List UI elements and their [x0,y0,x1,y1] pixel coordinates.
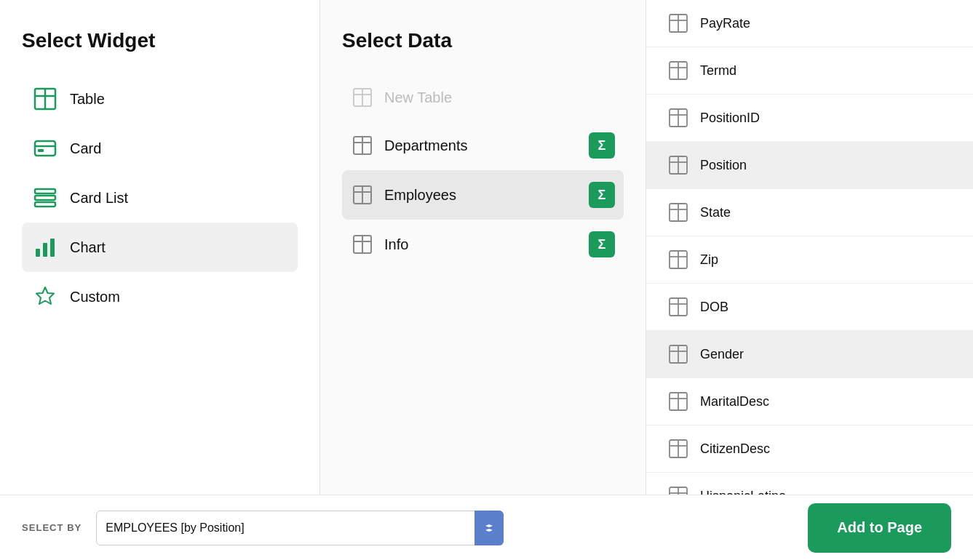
svg-rect-11 [50,239,55,257]
field-icon-termd [668,60,688,81]
select-data-title: Select Data [342,29,624,52]
field-item-citizen-desc[interactable]: CitizenDesc [646,425,973,473]
field-item-hispanic-latino[interactable]: HispanicLatino [646,473,973,495]
sidebar-item-chart[interactable]: Chart [22,223,298,272]
field-item-position[interactable]: Position [646,142,973,189]
sidebar-item-table-label: Table [70,91,105,108]
field-icon-state [668,202,688,223]
bottom-bar: SELECT BY EMPLOYEES [by Position] Add to… [0,495,973,560]
field-item-marital-desc[interactable]: MaritalDesc [646,378,973,425]
sidebar-item-custom-label: Custom [70,289,120,305]
field-icon-citizen-desc [668,439,688,459]
field-icon-hispanic-latino [668,486,688,495]
select-widget-title: Select Widget [22,29,298,52]
field-icon-payrate [668,13,688,33]
svg-rect-10 [43,243,47,257]
custom-icon [33,285,57,308]
sidebar-item-card[interactable]: Card [22,124,298,173]
departments-icon [351,134,374,157]
select-by-label: SELECT BY [22,522,82,533]
sidebar-item-table[interactable]: Table [22,74,298,124]
svg-rect-9 [36,249,40,257]
dropdown-wrapper: EMPLOYEES [by Position] [96,511,504,545]
add-to-page-button[interactable]: Add to Page [808,503,951,553]
field-list: PayRate Termd [646,0,973,495]
field-icon-zip [668,249,688,270]
field-label-gender: Gender [700,347,744,362]
data-item-departments[interactable]: Departments Σ [342,121,624,170]
departments-sigma-badge: Σ [589,132,615,159]
field-item-payrate[interactable]: PayRate [646,0,973,47]
employees-sigma-badge: Σ [589,182,615,208]
field-item-positionid[interactable]: PositionID [646,95,973,142]
svg-rect-8 [35,202,55,207]
sidebar-item-chart-label: Chart [70,239,106,256]
middle-panel: Select Data New Table [320,0,646,495]
field-item-gender[interactable]: Gender [646,331,973,378]
left-panel: Select Widget Table [0,0,320,495]
data-item-new-table: New Table [342,74,624,121]
field-label-termd: Termd [700,63,736,79]
data-item-employees[interactable]: Employees Σ [342,170,624,220]
data-list: New Table Departments Σ [342,74,624,269]
new-table-icon [351,86,374,109]
select-by-dropdown[interactable]: EMPLOYEES [by Position] [96,511,504,545]
chart-icon [33,236,57,259]
sidebar-item-card-label: Card [70,140,101,157]
info-sigma-badge: Σ [589,231,615,257]
svg-rect-5 [38,149,44,152]
main-content: Select Widget Table [0,0,973,495]
data-item-departments-label: Departments [384,137,579,154]
field-icon-marital-desc [668,391,688,412]
info-icon [351,233,374,256]
field-label-payrate: PayRate [700,16,750,31]
card-icon [33,137,57,160]
field-label-state: State [700,205,731,220]
employees-icon [351,183,374,207]
data-item-employees-label: Employees [384,187,579,204]
field-label-citizen-desc: CitizenDesc [700,441,770,457]
field-icon-gender [668,344,688,364]
field-item-dob[interactable]: DOB [646,284,973,331]
sidebar-item-custom[interactable]: Custom [22,272,298,321]
svg-rect-7 [35,196,55,200]
field-label-dob: DOB [700,300,728,315]
field-label-positionid: PositionID [700,111,760,126]
field-item-state[interactable]: State [646,189,973,236]
sidebar-item-card-list-label: Card List [70,190,128,207]
svg-rect-6 [35,189,55,193]
data-item-info[interactable]: Info Σ [342,220,624,269]
data-item-new-table-label: New Table [384,89,615,106]
svg-rect-3 [35,141,55,156]
field-item-termd[interactable]: Termd [646,47,973,95]
field-icon-positionid [668,108,688,128]
field-icon-position [668,155,688,175]
field-item-zip[interactable]: Zip [646,236,973,284]
field-icon-dob [668,297,688,317]
field-label-zip: Zip [700,252,718,268]
data-item-info-label: Info [384,236,579,253]
right-panel: PayRate Termd [646,0,973,495]
field-label-marital-desc: MaritalDesc [700,394,769,409]
field-label-hispanic-latino: HispanicLatino [700,489,786,495]
sidebar-item-card-list[interactable]: Card List [22,173,298,223]
table-icon [33,87,57,111]
widget-list: Table Card [22,74,298,321]
field-label-position: Position [700,158,747,173]
card-list-icon [33,186,57,209]
